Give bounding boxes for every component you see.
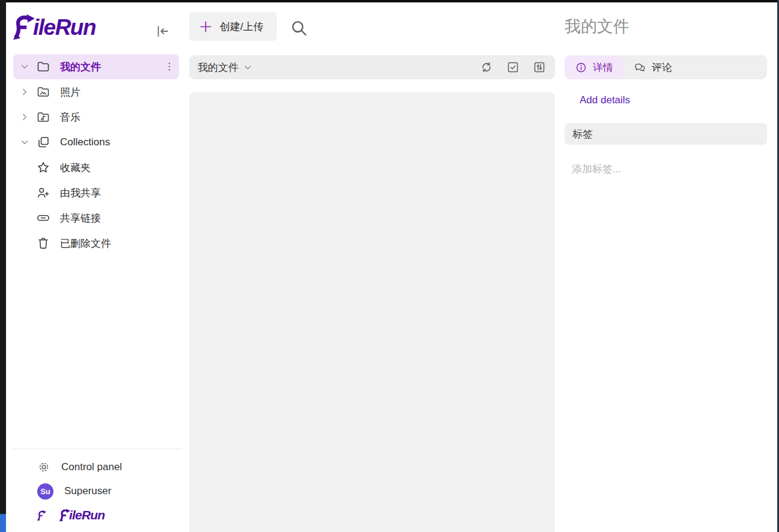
star-icon	[36, 160, 50, 175]
taskbar-sliver	[0, 514, 6, 532]
collections-icon	[36, 135, 50, 150]
item-menu-dots-icon[interactable]	[163, 61, 175, 73]
control-panel-label: Control panel	[61, 461, 122, 473]
sidebar-item-photos[interactable]: 照片	[13, 79, 179, 104]
search-icon[interactable]	[289, 19, 309, 38]
details-panel-title: 我的文件	[565, 16, 629, 37]
sidebar-item-label: 收藏夹	[60, 161, 91, 175]
left-window-edge	[0, 0, 6, 532]
breadcrumb[interactable]: 我的文件	[198, 61, 252, 74]
sidebar-item-label: 已删除文件	[60, 237, 111, 250]
folder-tree: 我的文件 照片	[6, 54, 189, 256]
folder-image-icon	[36, 85, 50, 99]
breadcrumb-bar: 我的文件	[189, 55, 555, 79]
sidebar-item-shared-by-me[interactable]: 由我共享	[13, 180, 179, 205]
add-details-link[interactable]: Add details	[580, 94, 630, 106]
chevron-right-icon[interactable]	[19, 112, 30, 122]
create-upload-button[interactable]: 创建/上传	[189, 12, 277, 41]
tab-comments[interactable]: 评论	[623, 55, 682, 79]
view-options-icon[interactable]	[532, 60, 547, 74]
sidebar-item-collections[interactable]: Collections	[13, 130, 179, 155]
tab-label: 详情	[593, 61, 613, 74]
chevron-right-icon[interactable]	[19, 86, 30, 97]
chevron-down-icon[interactable]	[19, 61, 30, 72]
add-tags-input[interactable]: 添加标签...	[572, 162, 621, 176]
filerun-logo[interactable]: ileRun	[13, 14, 95, 40]
sidebar-footer: Control panel Su Superuser	[6, 449, 189, 532]
share-link-icon	[36, 211, 50, 225]
filerun-brand-row[interactable]: ileRun	[6, 503, 189, 527]
tab-details[interactable]: 详情	[565, 55, 623, 79]
chevron-down-icon[interactable]	[19, 137, 30, 148]
sidebar-item-label: 照片	[60, 85, 80, 99]
person-plus-icon	[36, 186, 50, 200]
user-account-button[interactable]: Su Superuser	[6, 479, 189, 503]
chevron-down-icon	[243, 63, 252, 72]
gear-icon	[37, 461, 50, 474]
top-window-edge	[0, 0, 779, 2]
create-upload-label: 创建/上传	[220, 20, 264, 34]
sidebar: ileRun 我的文件	[6, 2, 189, 532]
logo-text: ileRun	[33, 16, 95, 38]
sidebar-item-my-files[interactable]: 我的文件	[13, 54, 179, 79]
sidebar-item-favorites[interactable]: 收藏夹	[13, 155, 179, 180]
sidebar-item-label: 我的文件	[60, 60, 101, 74]
comments-icon	[634, 61, 646, 74]
avatar: Su	[37, 483, 53, 500]
sidebar-item-label: 音乐	[60, 110, 80, 124]
file-list-area[interactable]	[189, 92, 555, 532]
tab-label: 评论	[652, 61, 672, 74]
logo-text: ileRun	[69, 508, 105, 522]
current-folder-label: 我的文件	[198, 61, 238, 74]
sidebar-item-label: 由我共享	[60, 186, 101, 200]
info-icon	[575, 61, 587, 74]
filerun-f-icon	[13, 14, 35, 40]
refresh-icon[interactable]	[479, 60, 494, 74]
filerun-f-icon	[37, 510, 46, 521]
sidebar-item-label: 共享链接	[60, 211, 101, 225]
tags-section-header: 标签	[565, 123, 767, 145]
folder-music-icon	[36, 110, 50, 124]
select-checkbox-icon[interactable]	[506, 60, 520, 74]
sidebar-item-share-links[interactable]: 共享链接	[13, 205, 179, 231]
sidebar-item-label: Collections	[60, 136, 110, 148]
collapse-sidebar-icon[interactable]	[154, 23, 171, 40]
divider	[13, 449, 182, 449]
folder-icon	[36, 59, 50, 74]
trash-icon	[36, 236, 50, 250]
details-tab-bar: 详情 评论	[565, 55, 767, 79]
plus-icon	[199, 20, 213, 34]
sidebar-item-music[interactable]: 音乐	[13, 104, 179, 130]
sidebar-item-deleted-files[interactable]: 已删除文件	[13, 231, 179, 256]
filerun-logo-small: ileRun	[59, 508, 105, 522]
user-name: Superuser	[64, 485, 111, 497]
control-panel-button[interactable]: Control panel	[6, 455, 189, 479]
